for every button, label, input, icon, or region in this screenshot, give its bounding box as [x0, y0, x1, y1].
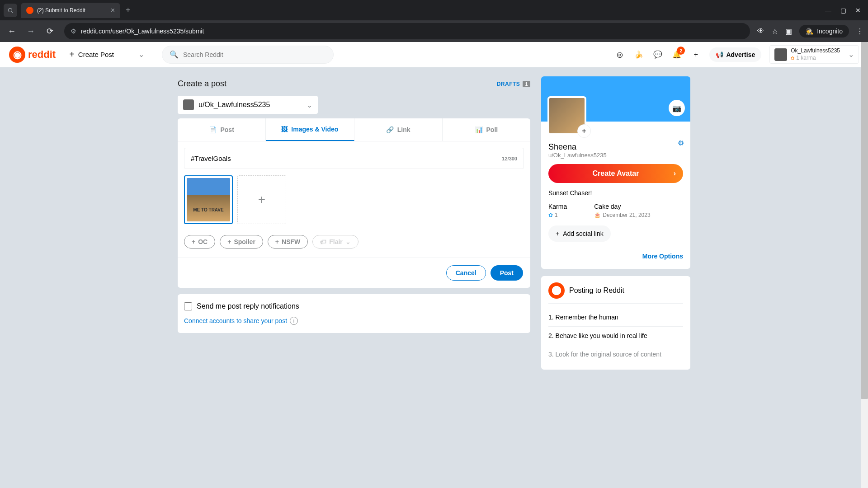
tab-search-icon[interactable]: [4, 4, 17, 17]
community-dropdown-chevron[interactable]: ⌄: [127, 50, 155, 59]
cancel-button[interactable]: Cancel: [446, 265, 486, 281]
chat-icon[interactable]: 💬: [652, 49, 663, 60]
add-media-button[interactable]: +: [237, 175, 286, 224]
info-icon[interactable]: i: [290, 317, 298, 325]
advertise-label: Advertise: [726, 51, 755, 58]
back-button[interactable]: ←: [5, 24, 19, 38]
karma-label: Karma: [548, 203, 567, 210]
incognito-icon: 🕵: [806, 28, 813, 35]
spoiler-tag-button[interactable]: +Spoiler: [220, 235, 263, 249]
karma-value: 1: [555, 212, 558, 218]
user-karma: 1 karma: [796, 55, 816, 62]
char-count: 12/300: [502, 156, 517, 161]
svg-point-0: [8, 8, 12, 12]
create-avatar-button[interactable]: Create Avatar ›: [548, 164, 683, 183]
community-selector[interactable]: u/Ok_Lawfulness5235 ⌄: [178, 96, 318, 114]
oc-tag-button[interactable]: +OC: [184, 235, 215, 249]
chevron-down-icon: ⌄: [848, 50, 854, 59]
rules-title: Posting to Reddit: [569, 286, 624, 295]
nsfw-tag-button[interactable]: +NSFW: [268, 235, 308, 249]
flair-tag-button: 🏷Flair⌄: [312, 235, 359, 249]
reddit-favicon: [26, 7, 33, 14]
user-avatar-icon: [774, 48, 787, 61]
maximize-button[interactable]: ▢: [840, 7, 846, 14]
incognito-label: Incognito: [817, 28, 843, 35]
cake-day-value: December 21, 2023: [603, 212, 650, 218]
image-icon: 🖼: [281, 126, 288, 133]
plus-icon: +: [275, 238, 279, 245]
search-box[interactable]: 🔍: [162, 46, 334, 64]
chevron-down-icon: ⌄: [307, 101, 312, 109]
close-tab-icon[interactable]: ×: [111, 6, 115, 14]
panel-icon[interactable]: ▣: [785, 27, 792, 36]
create-icon[interactable]: +: [690, 49, 701, 60]
cake-day-label: Cake day: [594, 203, 650, 210]
tab-post[interactable]: 📄Post: [178, 118, 266, 141]
karma-flower-icon: ✿: [548, 212, 553, 218]
bookmark-icon[interactable]: ☆: [772, 27, 778, 36]
forward-button: →: [24, 24, 38, 38]
tab-link[interactable]: 🔗Link: [354, 118, 443, 141]
plus-icon: +: [556, 230, 559, 237]
tag-icon: 🏷: [320, 238, 326, 245]
profile-handle: u/Ok_Lawfulness5235: [548, 152, 683, 159]
search-input[interactable]: [183, 51, 326, 58]
eye-off-icon[interactable]: 👁: [757, 27, 764, 35]
rule-item: 1. Remember the human: [548, 308, 683, 327]
text-post-icon: 📄: [209, 126, 217, 133]
community-name: u/Ok_Lawfulness5235: [198, 101, 270, 109]
search-icon: 🔍: [170, 50, 179, 59]
coins-icon[interactable]: 🍌: [633, 49, 644, 60]
create-post-label: Create Post: [78, 51, 114, 58]
notif-badge: 2: [677, 47, 685, 55]
tab-images-video[interactable]: 🖼Images & Video: [266, 118, 354, 141]
community-avatar-icon: [183, 99, 194, 110]
settings-icon[interactable]: ⚙: [678, 139, 684, 147]
reload-button[interactable]: ⟳: [42, 24, 57, 38]
reply-notifications-checkbox[interactable]: Send me post reply notifications: [184, 302, 524, 310]
rule-item: 3. Look for the original source of conte…: [548, 345, 683, 363]
add-social-link-button[interactable]: + Add social link: [548, 225, 611, 242]
minimize-button[interactable]: —: [825, 7, 831, 14]
reddit-logo-icon: ◉: [9, 47, 25, 63]
more-options-link[interactable]: More Options: [548, 253, 683, 260]
chevron-down-icon: ⌄: [345, 238, 351, 245]
post-button[interactable]: Post: [491, 265, 523, 281]
checkbox-input[interactable]: [184, 302, 192, 310]
browser-tab[interactable]: (2) Submit to Reddit ×: [21, 3, 120, 18]
drafts-link[interactable]: DRAFTS 1: [497, 81, 530, 87]
scrollbar[interactable]: [861, 42, 868, 488]
new-tab-button[interactable]: +: [120, 5, 136, 15]
close-window-button[interactable]: ✕: [855, 7, 861, 14]
address-bar[interactable]: ⚙ reddit.com/user/Ok_Lawfulness5235/subm…: [64, 23, 750, 39]
user-menu[interactable]: Ok_Lawfulness5235 ✿1 karma ⌄: [769, 45, 859, 64]
user-name: Ok_Lawfulness5235: [791, 47, 840, 55]
plus-icon: +: [227, 238, 231, 245]
tab-poll[interactable]: 📊Poll: [443, 118, 530, 141]
connect-accounts-link[interactable]: Connect accounts to share your post i: [184, 317, 524, 325]
cake-icon: 🎂: [594, 212, 601, 218]
advertise-button[interactable]: 📢 Advertise: [709, 47, 761, 62]
reddit-wordmark: reddit: [28, 49, 56, 61]
scrollbar-thumb[interactable]: [861, 42, 868, 399]
site-settings-icon[interactable]: ⚙: [71, 28, 76, 35]
snoo-icon: [548, 282, 565, 299]
svg-line-1: [11, 11, 13, 13]
poll-icon: 📊: [475, 126, 483, 133]
reddit-logo[interactable]: ◉ reddit: [9, 47, 56, 63]
create-post-nav[interactable]: + Create Post: [63, 46, 120, 63]
profile-display-name: Sheena: [548, 142, 683, 152]
notify-label: Send me post reply notifications: [197, 302, 299, 310]
notifications-icon[interactable]: 🔔2: [671, 49, 682, 60]
incognito-badge[interactable]: 🕵 Incognito: [799, 25, 849, 38]
post-title-input[interactable]: [191, 155, 502, 162]
change-banner-button[interactable]: 📷: [669, 100, 685, 116]
browser-menu-icon[interactable]: ⋮: [856, 27, 863, 36]
popular-icon[interactable]: ◎: [614, 49, 625, 60]
megaphone-icon: 📢: [716, 51, 723, 58]
url-text: reddit.com/user/Ok_Lawfulness5235/submit: [81, 28, 204, 35]
uploaded-image-thumbnail[interactable]: ME TO TRAVE: [184, 175, 233, 224]
plus-icon: +: [69, 49, 75, 60]
plus-icon: +: [192, 238, 195, 245]
thumb-preview: ME TO TRAVE: [187, 178, 230, 221]
